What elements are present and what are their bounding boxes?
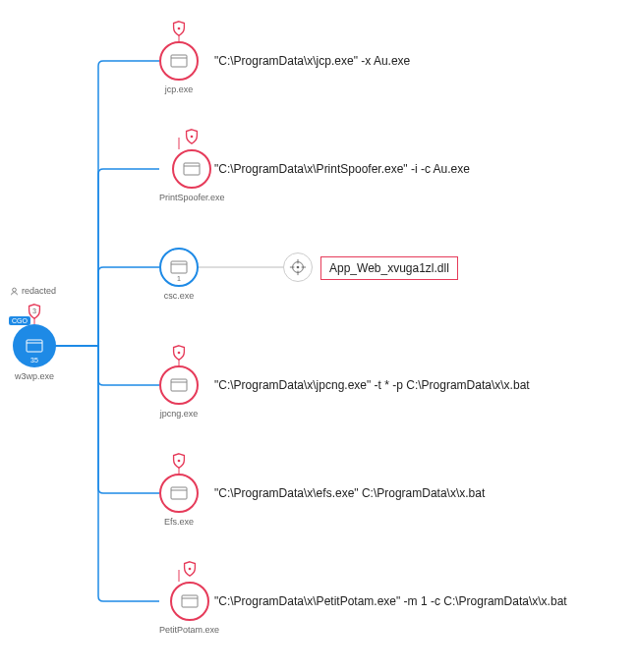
process-label: jcp.exe: [165, 84, 194, 94]
svg-point-27: [178, 460, 181, 463]
svg-point-24: [178, 352, 181, 355]
process-label: csc.exe: [164, 291, 195, 301]
window-icon: [170, 378, 188, 392]
shield-icon: [170, 452, 188, 470]
svg-rect-16: [171, 261, 187, 273]
user-label: redacted: [10, 286, 56, 296]
cmd-text-petitpotam: "C:\ProgramData\x\PetitPotam.exe" -m 1 -…: [214, 594, 567, 608]
cmd-text-efs: "C:\ProgramData\x\efs.exe" C:\ProgramDat…: [214, 486, 485, 500]
cmd-text-jcp: "C:\ProgramData\x\jcp.exe" -x Au.exe: [214, 54, 410, 68]
window-icon: [170, 260, 188, 274]
user-icon: [10, 287, 19, 296]
cmd-text-jpcng: "C:\ProgramData\x\jpcng.exe" -t * -p C:\…: [214, 378, 530, 392]
shield-icon: [170, 20, 188, 37]
process-label: PrintSpoofer.exe: [159, 193, 225, 202]
svg-rect-25: [171, 379, 187, 391]
window-icon: [170, 54, 188, 68]
process-count: 35: [30, 357, 38, 364]
process-label: w3wp.exe: [15, 371, 54, 381]
process-circle[interactable]: 1: [159, 248, 199, 287]
shield-icon: [170, 344, 188, 362]
crosshair-icon: [289, 258, 307, 276]
svg-point-13: [191, 136, 194, 139]
child-node-csc[interactable]: 1 csc.exe: [159, 248, 199, 301]
svg-rect-8: [27, 340, 42, 352]
svg-point-30: [188, 568, 191, 571]
process-circle[interactable]: [170, 582, 209, 621]
root-node[interactable]: 3 CGO 35 w3wp.exe: [13, 324, 56, 381]
child-node-jpcng[interactable]: jpcng.exe: [159, 365, 199, 419]
shield-count: 3: [32, 307, 36, 315]
svg-point-23: [297, 266, 300, 269]
process-label: PetitPotam.exe: [159, 625, 219, 635]
process-circle[interactable]: 35: [13, 324, 56, 367]
child-node-printspoofer[interactable]: PrintSpoofer.exe: [159, 149, 225, 202]
window-icon: [26, 339, 43, 353]
svg-rect-14: [184, 163, 200, 175]
svg-point-7: [13, 288, 17, 292]
process-circle[interactable]: [159, 365, 199, 405]
svg-rect-11: [171, 55, 187, 67]
child-node-efs[interactable]: Efs.exe: [159, 474, 199, 527]
tree-connectors: [0, 0, 638, 672]
svg-rect-28: [171, 487, 187, 499]
process-circle[interactable]: [172, 149, 211, 189]
child-node-jcp[interactable]: jcp.exe: [159, 41, 199, 94]
window-icon: [170, 486, 188, 500]
process-circle[interactable]: [159, 474, 199, 513]
dll-label[interactable]: App_Web_xvuga1zl.dll: [320, 256, 458, 280]
shield-icon: [183, 128, 201, 145]
target-icon[interactable]: [283, 252, 313, 282]
user-name: redacted: [22, 286, 56, 296]
window-icon: [181, 594, 199, 608]
window-icon: [183, 162, 201, 176]
cgo-tag: CGO: [9, 316, 30, 325]
child-node-petitpotam[interactable]: PetitPotam.exe: [159, 582, 219, 635]
cmd-text-printspoofer: "C:\ProgramData\x\PrintSpoofer.exe" -i -…: [214, 162, 470, 176]
process-circle[interactable]: [159, 41, 199, 81]
svg-point-10: [178, 28, 181, 30]
process-label: Efs.exe: [164, 517, 194, 527]
process-label: jpcng.exe: [160, 409, 199, 419]
process-count: 1: [177, 275, 181, 282]
svg-rect-31: [182, 595, 198, 607]
shield-icon: [181, 560, 199, 578]
